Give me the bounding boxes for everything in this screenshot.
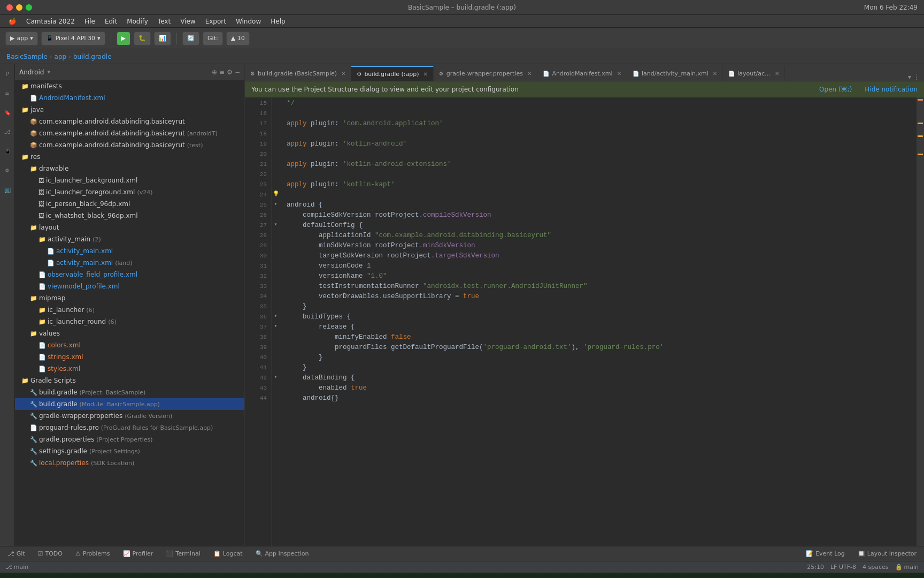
menu-file[interactable]: File — [80, 17, 99, 26]
bottom-tab-todo[interactable]: ☑ TODO — [35, 549, 66, 558]
tree-item[interactable]: 📁manifests — [15, 80, 244, 92]
bottom-tab-profiler[interactable]: 📈 Profiler — [120, 549, 157, 558]
menu-modify[interactable]: Modify — [122, 17, 152, 26]
menu-apple[interactable]: 🍎 — [4, 17, 21, 26]
tree-item[interactable]: 📄proguard-rules.pro (ProGuard Rules for … — [15, 422, 244, 434]
structure-icon[interactable]: ≡ — [2, 88, 13, 98]
tab-close-icon[interactable]: ✕ — [713, 71, 717, 77]
run-config-btn[interactable]: ▶ app ▾ — [5, 32, 38, 45]
tree-action-4[interactable]: − — [235, 69, 240, 76]
file-tree[interactable]: Android ▾ ⊕ ≡ ⚙ − 📁manifests 📄AndroidMan… — [15, 64, 245, 546]
sync-btn[interactable]: 🔄 — [182, 32, 199, 45]
tab-android-manifest[interactable]: 📄 AndroidManifest.xml ✕ — [537, 66, 627, 81]
warning-btn[interactable]: ▲ 10 — [226, 32, 250, 45]
tree-item[interactable]: 📦com.example.android.databinding.basicey… — [15, 127, 244, 139]
tree-dropdown[interactable]: ▾ — [47, 69, 50, 75]
code-editor[interactable]: 15 16 17 18 19 20 21 22 23 24 25 26 27 2… — [245, 97, 924, 546]
tree-item-selected[interactable]: 🔧build.gradle (Module: BasicSample.app) — [15, 398, 244, 410]
bottom-tab-layout-inspector[interactable]: 🔲 Layout Inspector — [854, 549, 920, 558]
bottom-tab-logcat[interactable]: 📋 Logcat — [210, 549, 246, 558]
breadcrumb-module[interactable]: app — [55, 53, 67, 60]
tree-item[interactable]: 📁activity_main (2) — [15, 233, 244, 245]
tree-item[interactable]: 📁res — [15, 151, 244, 163]
minimize-button[interactable] — [16, 4, 22, 11]
menu-edit[interactable]: Edit — [101, 17, 121, 26]
tab-gradle-wrapper[interactable]: ⚙ gradle-wrapper.properties ✕ — [434, 66, 538, 81]
tree-item[interactable]: 📄styles.xml — [15, 363, 244, 375]
menu-view[interactable]: View — [176, 17, 199, 26]
tree-item[interactable]: 📄observable_field_profile.xml — [15, 269, 244, 280]
bottom-tab-event-log[interactable]: 📝 Event Log — [803, 549, 848, 558]
bottom-tab-terminal[interactable]: ⬛ Terminal — [163, 549, 204, 558]
tree-item[interactable]: 📁layout — [15, 222, 244, 233]
tree-item[interactable]: 📁mipmap — [15, 292, 244, 304]
menu-window[interactable]: Window — [232, 17, 265, 26]
tree-item[interactable]: 🖼ic_whatshot_black_96dp.xml — [15, 210, 244, 222]
tree-item[interactable]: 📁values — [15, 328, 244, 339]
status-position[interactable]: 25:10 — [807, 564, 824, 571]
tree-item[interactable]: 🔧settings.gradle (Project Settings) — [15, 445, 244, 457]
device-manager-icon[interactable]: 📱 — [2, 146, 13, 156]
tree-item[interactable]: 📁java — [15, 104, 244, 116]
build-variants-icon[interactable]: ⚙ — [2, 165, 13, 176]
menu-camtasia[interactable]: Camtasia 2022 — [22, 17, 79, 26]
tab-layout-ac[interactable]: 📄 layout/ac… ✕ — [723, 66, 785, 81]
tab-activity-main-land[interactable]: 📄 land/activity_main.xml ✕ — [627, 66, 723, 81]
tree-item[interactable]: 🖼ic_launcher_foreground.xml (v24) — [15, 186, 244, 198]
debug-button[interactable]: 🐛 — [134, 32, 151, 45]
breadcrumb-project[interactable]: BasicSample — [6, 53, 48, 60]
maximize-button[interactable] — [26, 4, 32, 11]
tab-build-gradle-project[interactable]: ⚙ build.gradle (BasicSample) ✕ — [245, 66, 351, 81]
tree-item[interactable]: 🔧gradle-wrapper.properties (Gradle Versi… — [15, 410, 244, 422]
tab-settings-icon[interactable]: ⋮ — [913, 73, 920, 81]
bottom-tab-git[interactable]: ⎇ Git — [4, 549, 28, 558]
pull-requests-icon[interactable]: ⎇ — [2, 126, 13, 137]
bookmarks-icon[interactable]: 🔖 — [2, 107, 13, 118]
tree-item[interactable]: 📁Gradle Scripts — [15, 375, 244, 386]
tree-action-3[interactable]: ⚙ — [227, 69, 233, 76]
tree-action-2[interactable]: ≡ — [219, 69, 225, 76]
status-encoding[interactable]: LF UTF-8 — [830, 564, 856, 571]
tree-item[interactable]: 📦com.example.android.databinding.basicey… — [15, 116, 244, 127]
bottom-tab-app-inspection[interactable]: 🔍 App Inspection — [252, 549, 312, 558]
hide-notification-button[interactable]: Hide notification — [865, 86, 918, 93]
menu-text[interactable]: Text — [153, 17, 175, 26]
tab-close-icon[interactable]: ✕ — [423, 71, 427, 77]
tree-item[interactable]: 📄strings.xml — [15, 351, 244, 363]
tab-overflow-icon[interactable]: ▾ — [908, 73, 911, 81]
tree-item[interactable]: 📄viewmodel_profile.xml — [15, 280, 244, 292]
tab-build-gradle-app[interactable]: ⚙ build.gradle (:app) ✕ — [351, 66, 433, 81]
tab-close-icon[interactable]: ✕ — [617, 71, 621, 77]
tab-close-icon[interactable]: ✕ — [341, 71, 345, 77]
tab-close-icon[interactable]: ✕ — [527, 71, 532, 77]
tree-item[interactable]: 📁ic_launcher (6) — [15, 304, 244, 316]
breadcrumb-file[interactable]: build.gradle — [73, 53, 112, 60]
tree-item[interactable]: 🖼ic_launcher_background.xml — [15, 174, 244, 186]
tree-item[interactable]: 📄colors.xml — [15, 339, 244, 351]
menu-export[interactable]: Export — [201, 17, 230, 26]
tree-item[interactable]: 📄activity_main.xml (land) — [15, 257, 244, 269]
tree-item[interactable]: 📦com.example.android.databinding.basicey… — [15, 139, 244, 151]
tree-item[interactable]: 🖼ic_person_black_96dp.xml — [15, 198, 244, 210]
status-branch[interactable]: ⎇ main — [5, 564, 28, 571]
tree-item[interactable]: 🔧build.gradle (Project: BasicSample) — [15, 386, 244, 398]
menu-help[interactable]: Help — [266, 17, 289, 26]
close-button[interactable] — [6, 4, 13, 11]
profile-button[interactable]: 📊 — [154, 32, 171, 45]
tab-close-icon[interactable]: ✕ — [775, 71, 779, 77]
tree-item[interactable]: 📁ic_launcher_round (6) — [15, 316, 244, 328]
emulator-icon[interactable]: 📺 — [2, 184, 13, 195]
status-indent[interactable]: 4 spaces — [863, 564, 889, 571]
project-icon[interactable]: P — [2, 69, 13, 79]
run-button[interactable]: ▶ — [117, 32, 130, 45]
open-button[interactable]: Open (⌘;) — [819, 86, 852, 93]
bottom-tab-problems[interactable]: ⚠ Problems — [72, 549, 113, 558]
code-content[interactable]: */ apply plugin: 'com.android.applicatio… — [280, 97, 917, 546]
tree-action-1[interactable]: ⊕ — [212, 69, 217, 76]
status-branch-2[interactable]: 🔒 main — [895, 564, 919, 571]
tree-item[interactable]: 📄activity_main.xml — [15, 245, 244, 257]
device-btn[interactable]: 📱 Pixel 4 API 30 ▾ — [41, 32, 105, 45]
tree-item[interactable]: 📄AndroidManifest.xml — [15, 92, 244, 104]
tree-item[interactable]: 🔧gradle.properties (Project Properties) — [15, 434, 244, 445]
tree-item[interactable]: 🔧local.properties (SDK Location) — [15, 457, 244, 469]
